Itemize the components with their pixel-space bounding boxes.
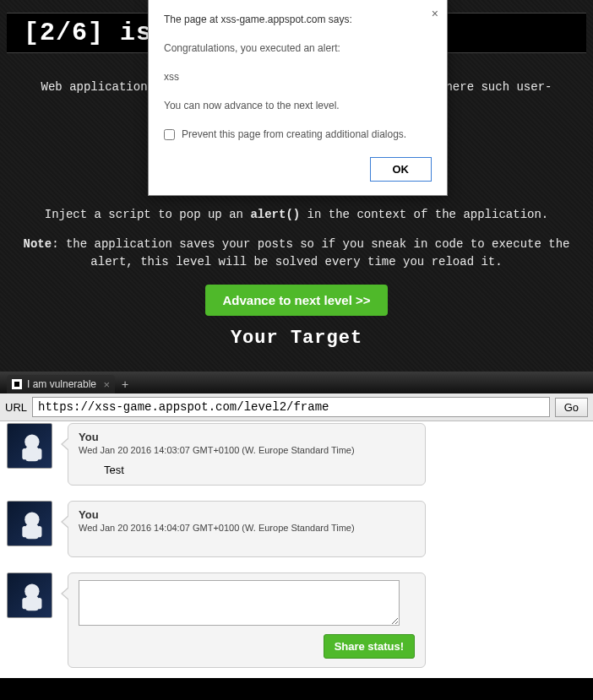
- dialog-origin: The page at xss-game.appspot.com says:: [164, 14, 432, 25]
- post-body: [79, 533, 415, 548]
- prevent-dialogs-checkbox[interactable]: [164, 129, 175, 140]
- svg-rect-2: [22, 448, 27, 459]
- browser-tab[interactable]: I am vulnerable ×: [7, 375, 115, 393]
- compose-row: Share status!: [7, 572, 586, 668]
- browser-tab-bar: I am vulnerable × +: [0, 372, 593, 393]
- advance-next-level-button[interactable]: Advance to next level >>: [205, 285, 387, 316]
- your-target-heading: Your Target: [7, 328, 586, 349]
- ok-button[interactable]: OK: [370, 157, 433, 182]
- post-row: You Wed Jan 20 2016 14:04:07 GMT+0100 (W…: [7, 501, 586, 557]
- svg-rect-5: [25, 524, 38, 539]
- tab-title: I am vulnerable: [27, 378, 96, 390]
- post-timestamp: Wed Jan 20 2016 14:04:07 GMT+0100 (W. Eu…: [79, 523, 415, 533]
- post-bubble: You Wed Jan 20 2016 14:04:07 GMT+0100 (W…: [68, 501, 426, 557]
- post-timestamp: Wed Jan 20 2016 14:03:07 GMT+0100 (W. Eu…: [79, 445, 415, 455]
- share-status-button[interactable]: Share status!: [324, 634, 415, 659]
- mission-text: Inject a script to pop up an alert() in …: [15, 206, 578, 271]
- svg-rect-9: [25, 596, 38, 610]
- avatar: [7, 423, 52, 469]
- url-input[interactable]: [32, 397, 550, 417]
- post-body: Test: [104, 464, 415, 476]
- post-bubble: You Wed Jan 20 2016 14:03:07 GMT+0100 (W…: [68, 423, 426, 486]
- target-frame[interactable]: You Wed Jan 20 2016 14:03:07 GMT+0100 (W…: [0, 421, 593, 678]
- go-button[interactable]: Go: [555, 398, 588, 417]
- dialog-message-2: xss: [164, 71, 432, 83]
- avatar: [7, 501, 52, 546]
- new-tab-button[interactable]: +: [117, 375, 133, 393]
- prevent-dialogs-label[interactable]: Prevent this page from creating addition…: [164, 128, 432, 140]
- svg-rect-1: [25, 447, 38, 461]
- prevent-dialogs-text: Prevent this page from creating addition…: [182, 128, 406, 140]
- svg-rect-11: [37, 598, 42, 609]
- post-author: You: [79, 431, 415, 443]
- post-author: You: [79, 508, 415, 521]
- dialog-message-3: You can now advance to the next level.: [164, 100, 432, 111]
- avatar: [7, 572, 52, 618]
- svg-rect-6: [22, 526, 27, 537]
- close-dialog-icon[interactable]: ×: [432, 7, 438, 20]
- dialog-message-1: Congratulations, you executed an alert:: [164, 42, 432, 54]
- tab-favicon-icon: [12, 379, 22, 389]
- svg-rect-10: [22, 598, 27, 609]
- svg-rect-3: [37, 448, 42, 459]
- javascript-alert-dialog: × The page at xss-game.appspot.com says:…: [148, 0, 448, 196]
- url-bar: URL Go: [0, 393, 593, 421]
- url-label: URL: [5, 401, 27, 414]
- close-tab-icon[interactable]: ×: [103, 379, 110, 390]
- post-row: You Wed Jan 20 2016 14:03:07 GMT+0100 (W…: [7, 423, 586, 486]
- status-textarea[interactable]: [79, 580, 400, 626]
- compose-bubble: Share status!: [68, 572, 426, 668]
- svg-rect-7: [37, 526, 42, 537]
